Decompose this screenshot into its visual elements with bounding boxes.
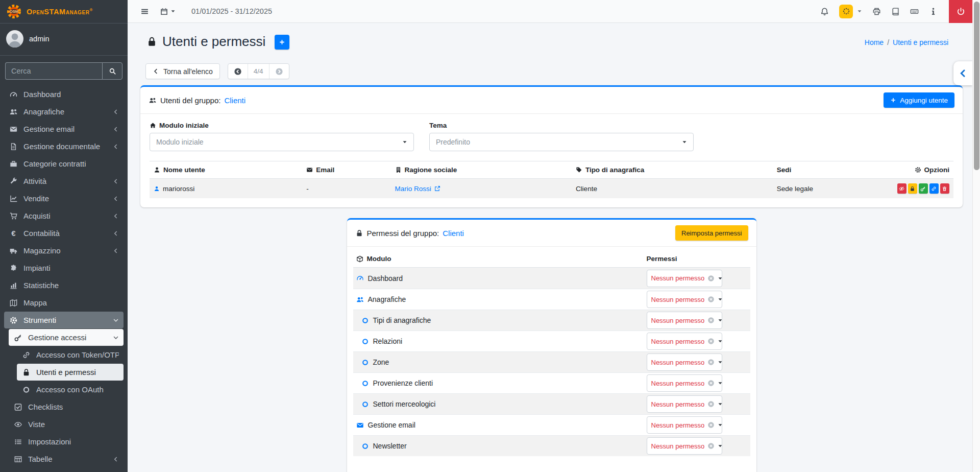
sidebar-item-wrap: Impianti bbox=[4, 259, 124, 276]
permission-select-provenienze-clienti[interactable]: Nessun permesso bbox=[647, 374, 722, 392]
reset-permissions-button[interactable]: Reimposta permessi bbox=[675, 225, 748, 241]
sidebar-toggle-icon[interactable] bbox=[140, 7, 149, 16]
permission-select-dashboard[interactable]: Nessun permesso bbox=[647, 270, 722, 287]
sidebar-item-categorie-contratti[interactable]: Categorie contratti bbox=[4, 155, 124, 172]
sidebar-item-acquisti[interactable]: Acquisti bbox=[4, 207, 124, 224]
topbar: 01/01/2025 - 31/12/2025 bbox=[128, 0, 980, 23]
sidebar-item-label: Gestione documentale bbox=[23, 142, 108, 151]
content: Utenti e permessi Home/Utenti e permessi… bbox=[128, 23, 980, 472]
column-header-opzioni[interactable]: Opzioni bbox=[893, 161, 953, 179]
sidebar-item-utenti-e-permessi[interactable]: Utenti e permessi bbox=[17, 364, 124, 381]
module-label-newsletter: Newsletter bbox=[356, 442, 647, 450]
sidebar-item-anagrafiche[interactable]: Anagrafiche bbox=[4, 103, 124, 120]
remove-permission-icon[interactable] bbox=[707, 317, 715, 324]
sidebar-item-wrap: €Contabilità bbox=[4, 225, 124, 242]
remove-permission-icon[interactable] bbox=[707, 338, 715, 345]
sidebar-item-gestione-accessi[interactable]: Gestione accessi bbox=[9, 329, 124, 346]
period-picker[interactable] bbox=[160, 7, 176, 16]
sidebar-item-gestione-email[interactable]: Gestione email bbox=[4, 121, 124, 137]
date-range-label[interactable]: 01/01/2025 - 31/12/2025 bbox=[191, 7, 272, 15]
change-password-button[interactable] bbox=[908, 183, 917, 194]
permission-select-relazioni[interactable]: Nessun permesso bbox=[647, 333, 722, 350]
theme-select[interactable]: Predefinito bbox=[429, 133, 694, 151]
breadcrumb-current-link[interactable]: Utenti e permessi bbox=[893, 38, 948, 46]
permission-select-gestione-email[interactable]: Nessun permesso bbox=[647, 416, 722, 434]
sidebar-item-mappa[interactable]: Mappa bbox=[4, 294, 124, 311]
plugin-panel-toggle[interactable] bbox=[953, 61, 972, 85]
sidebar-item-dashboard[interactable]: Dashboard bbox=[4, 86, 124, 103]
chevron-down-icon bbox=[113, 317, 119, 323]
username-label[interactable]: admin bbox=[29, 35, 50, 43]
logout-icon[interactable] bbox=[949, 0, 972, 23]
column-header-nome-utente[interactable]: Nome utente bbox=[150, 161, 302, 179]
status-caret-icon[interactable] bbox=[857, 9, 862, 14]
remove-permission-icon[interactable] bbox=[707, 296, 715, 303]
column-header-ragione-sociale[interactable]: Ragione sociale bbox=[391, 161, 572, 179]
status-widget-icon[interactable] bbox=[839, 5, 853, 18]
token-button[interactable] bbox=[929, 183, 939, 194]
column-header-sedi[interactable]: Sedi bbox=[773, 161, 893, 179]
sidebar-item-vendite[interactable]: Vendite bbox=[4, 190, 124, 207]
notifications-icon[interactable] bbox=[820, 7, 829, 16]
sidebar-item-wrap: Attività bbox=[4, 173, 124, 190]
remove-permission-icon[interactable] bbox=[707, 400, 715, 408]
remove-permission-icon[interactable] bbox=[707, 275, 715, 282]
group-permissions-card: Permessi del gruppo: Clienti Reimposta p… bbox=[347, 218, 756, 472]
back-to-list-button[interactable]: Torna all'elenco bbox=[145, 63, 220, 79]
sidebar-item-checklists[interactable]: Checklists bbox=[9, 398, 124, 415]
permissions-button[interactable] bbox=[919, 183, 928, 194]
group-link[interactable]: Clienti bbox=[443, 229, 464, 238]
disable-user-button[interactable] bbox=[897, 183, 906, 194]
permission-select-anagrafiche[interactable]: Nessun permesso bbox=[647, 291, 722, 308]
next-record-button[interactable] bbox=[270, 64, 289, 79]
keyboard-shortcuts-icon[interactable] bbox=[910, 7, 919, 16]
delete-user-button[interactable] bbox=[940, 183, 949, 194]
sidebar-item-impostazioni[interactable]: Impostazioni bbox=[9, 433, 124, 450]
new-record-button[interactable] bbox=[275, 35, 289, 50]
company-link[interactable]: Mario Rossi bbox=[395, 185, 440, 193]
group-link[interactable]: Clienti bbox=[224, 96, 246, 105]
remove-permission-icon[interactable] bbox=[707, 421, 715, 429]
info-icon[interactable] bbox=[929, 7, 938, 16]
table-row: mariorossi-Mario RossiClienteSede legale bbox=[150, 179, 953, 199]
sidebar-item-attivita[interactable]: Attività bbox=[4, 173, 124, 190]
sidebar-item-tabelle[interactable]: Tabelle bbox=[9, 451, 124, 467]
remove-permission-icon[interactable] bbox=[707, 380, 715, 387]
sidebar-item-wrap: StrumentiGestione accessiAccesso con Tok… bbox=[4, 312, 124, 467]
scrollbar-thumb[interactable] bbox=[974, 2, 979, 170]
search-button[interactable] bbox=[102, 62, 122, 80]
sidebar-item-impianti[interactable]: Impianti bbox=[4, 259, 124, 276]
record-pager: 4/4 bbox=[228, 63, 289, 79]
sidebar-item-accesso-con-oauth[interactable]: Accesso con OAuth bbox=[17, 381, 124, 398]
sidebar-item-viste[interactable]: Viste bbox=[9, 416, 124, 433]
circle-icon bbox=[361, 400, 369, 408]
sidebar-item-strumenti[interactable]: Strumenti bbox=[4, 312, 124, 328]
add-user-button[interactable]: Aggiungi utente bbox=[884, 92, 954, 108]
prev-record-button[interactable] bbox=[228, 64, 248, 79]
sidebar-item-gestione-documentale[interactable]: Gestione documentale bbox=[4, 138, 124, 155]
permission-select-newsletter[interactable]: Nessun permesso bbox=[647, 437, 722, 455]
avatar[interactable] bbox=[6, 30, 23, 48]
module-label-provenienze-clienti: Provenienze clienti bbox=[356, 379, 647, 387]
breadcrumb-home-link[interactable]: Home bbox=[865, 38, 884, 46]
module-select[interactable]: Modulo iniziale bbox=[150, 133, 414, 151]
manual-icon[interactable] bbox=[891, 7, 900, 16]
permission-select-zone[interactable]: Nessun permesso bbox=[647, 353, 722, 371]
permission-select-tipi-di-anagrafiche[interactable]: Nessun permesso bbox=[647, 312, 722, 329]
sidebar-item-statistiche[interactable]: Statistiche bbox=[4, 277, 124, 294]
permission-select-settori-merceologici[interactable]: Nessun permesso bbox=[647, 395, 722, 413]
page-scrollbar bbox=[972, 0, 980, 472]
sidebar-item-magazzino[interactable]: Magazzino bbox=[4, 242, 124, 259]
column-header-tipo-di-anagrafica[interactable]: Tipo di anagrafica bbox=[572, 161, 773, 179]
sidebar-item-accesso-con-token-otp[interactable]: Accesso con Token/OTP bbox=[17, 346, 124, 363]
remove-permission-icon[interactable] bbox=[707, 442, 715, 450]
search-input[interactable] bbox=[5, 62, 102, 80]
remove-permission-icon[interactable] bbox=[707, 359, 715, 366]
sidebar-item-wrap: Impostazioni bbox=[4, 433, 124, 450]
column-header-email[interactable]: Email bbox=[302, 161, 390, 179]
brand[interactable]: OSM OpenSTAManager® bbox=[0, 0, 128, 23]
print-icon[interactable] bbox=[872, 7, 881, 16]
home-icon bbox=[150, 122, 156, 129]
chevron-left-icon bbox=[113, 178, 119, 184]
sidebar-item-contabilita[interactable]: €Contabilità bbox=[4, 225, 124, 242]
